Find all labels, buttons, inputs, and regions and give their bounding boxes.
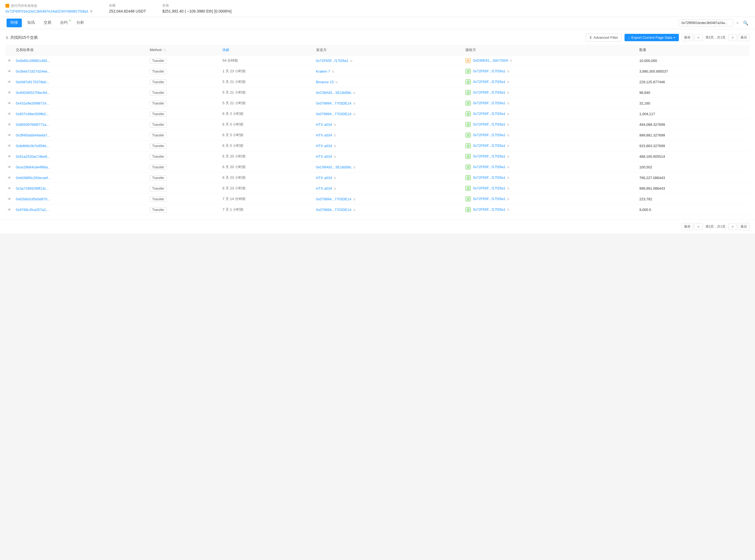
receiver-link[interactable]: 0x72F65F...f17f28a1 [473,176,505,180]
advanced-filter-button[interactable]: ⊻ Advanced Filter [586,34,621,41]
receiver-link[interactable]: 0x72F65F...f17f28a1 [473,186,505,190]
copy-receiver-icon[interactable]: ⧉ [507,197,509,201]
copy-sender-icon[interactable]: ⧉ [350,59,352,62]
copy-sender-icon[interactable]: ⧉ [334,155,336,158]
bottom-first-button[interactable]: 最前 [681,223,693,230]
sender-link[interactable]: 0x079894...7703DE14 [316,208,351,212]
tab-analysis[interactable]: 分析 [72,17,88,29]
eye-icon[interactable]: 👁 [8,144,11,148]
copy-sender-icon[interactable]: ⧉ [334,123,336,126]
receiver-link[interactable]: 0x72F65F...f17f28a1 [473,133,505,137]
receiver-link[interactable]: 0x72F65F...f17f28a1 [473,197,505,201]
tx-hash-link[interactable]: 0x9768c2fca257a2... [16,208,49,212]
copy-sender-icon[interactable]: ⧉ [334,134,336,137]
receiver-link[interactable]: 0xD36E81...3dA730Af [473,58,508,62]
copy-receiver-icon[interactable]: ⧉ [507,155,509,158]
copy-sender-icon[interactable]: ⧉ [336,80,338,84]
tab-transfer[interactable]: 转移 [6,19,22,27]
tx-hash-link[interactable]: 0x5b85c289851480... [16,59,50,63]
copy-receiver-icon[interactable]: ⧉ [510,59,512,62]
receiver-link[interactable]: 0x72F65F...f17f28a1 [473,122,505,126]
receiver-link[interactable]: 0x72F65F...f17f28a1 [473,154,505,158]
copy-receiver-icon[interactable]: ⧉ [507,176,509,179]
copy-receiver-icon[interactable]: ⧉ [507,208,509,211]
receiver-link[interactable]: 0x72F65F...f17f28a1 [473,90,505,95]
eye-icon[interactable]: 👁 [8,80,11,84]
copy-sender-icon[interactable]: ⧉ [353,113,355,116]
export-button[interactable]: ↓ Export Current Page Data ▾ [624,34,679,41]
copy-receiver-icon[interactable]: ⧉ [507,134,509,137]
sender-link[interactable]: HTX a034 [316,186,332,191]
tx-hash-link[interactable]: 0x62b6d1d5d3d870... [16,197,50,201]
copy-sender-icon[interactable]: ⧉ [353,208,355,212]
copy-receiver-icon[interactable]: ⧉ [507,112,509,116]
copy-receiver-icon[interactable]: ⧉ [507,80,509,83]
sender-link[interactable]: 0x079894...7703DE14 [316,112,351,116]
tx-hash-link[interactable]: 0x893097668f771a... [16,122,49,127]
copy-receiver-icon[interactable]: ⧉ [507,144,509,147]
eye-icon[interactable]: 👁 [8,133,11,137]
tx-hash-link[interactable]: 0x3a729692f8ff13c... [16,186,49,191]
eye-icon[interactable]: 👁 [8,155,11,159]
sender-link[interactable]: 0xC99A91...5E18d58c [316,91,352,95]
sender-link[interactable]: Binance 15 [316,80,334,84]
bottom-next-button[interactable]: > [728,223,737,230]
receiver-link[interactable]: 0x72F65F...f17f28a1 [473,165,505,169]
copy-sender-icon[interactable]: ⧉ [332,70,334,73]
copy-address-icon[interactable]: ⧉ [90,9,93,13]
tx-hash-link[interactable]: 0x657c48ec509fb2... [16,112,49,116]
copy-sender-icon[interactable]: ⧉ [334,187,336,190]
receiver-link[interactable]: 0x72F65F...f17f28a1 [473,207,505,212]
eye-icon[interactable]: 👁 [8,59,11,63]
tab-trade[interactable]: 交易 [39,17,56,29]
receiver-link[interactable]: 0x72F65F...f17f28a1 [473,80,505,84]
tx-hash-link[interactable]: 0xb03885c283ecaef... [16,176,51,180]
search-button[interactable]: 🔍 [742,19,750,27]
sender-link[interactable]: HTX a034 [316,144,332,148]
sender-link[interactable]: HTX a034 [316,176,332,180]
tx-hash-link[interactable]: 0xce29b64cde4f66a... [16,165,51,169]
tx-hash-link[interactable]: 0x431e9e26f98714... [16,101,49,105]
eye-icon[interactable]: 👁 [8,208,11,212]
sender-link[interactable]: HTX a034 [316,133,332,137]
receiver-link[interactable]: 0x72F65F...f17f28a1 [473,143,505,148]
copy-receiver-icon[interactable]: ⧉ [507,187,509,190]
sender-link[interactable]: 0x079894...7703DE14 [316,197,351,201]
tx-hash-link[interactable]: 0x0487df175378eb... [16,80,49,84]
eye-icon[interactable]: 👁 [8,91,11,95]
tx-hash-link[interactable]: 0x8dfd9c0b7e959d... [16,144,49,148]
copy-receiver-icon[interactable]: ⧉ [507,91,509,94]
copy-sender-icon[interactable]: ⧉ [334,176,336,180]
filter-address[interactable]: 0x72F65F01bcDeC3b5487A24aD23474908f17f28… [5,9,88,13]
tab-contract[interactable]: 合约 ✔ [56,17,72,29]
tx-hash-link[interactable]: 0x3beb71827d24ee... [16,69,50,74]
copy-sender-icon[interactable]: ⧉ [353,102,355,105]
method-help-icon[interactable]: ⓘ [163,48,166,52]
next-page-button[interactable]: > [728,34,737,41]
receiver-link[interactable]: 0x72F65F...f17f28a1 [473,112,505,116]
copy-sender-icon[interactable]: ⧉ [334,144,336,148]
tx-hash-link[interactable]: 0x3ff45da5ef4aefa7... [16,133,50,137]
eye-icon[interactable]: 👁 [8,122,11,127]
copy-receiver-icon[interactable]: ⧉ [507,69,509,73]
sender-link[interactable]: Kraken 7 [316,69,330,74]
sender-link[interactable]: 0x72F65F...f17f28a1 [316,59,349,63]
eye-icon[interactable]: 👁 [8,176,11,180]
tab-news[interactable]: 知讯 [23,17,39,29]
prev-page-button[interactable]: < [694,34,703,41]
copy-sender-icon[interactable]: ⧉ [353,91,355,95]
sender-link[interactable]: HTX a034 [316,122,332,127]
copy-sender-icon[interactable]: ⧉ [353,166,355,169]
sender-link[interactable]: 0x079894...7703DE14 [316,101,351,105]
bottom-last-button[interactable]: 最后 [738,223,750,230]
first-page-button[interactable]: 最前 [681,34,693,41]
copy-receiver-icon[interactable]: ⧉ [507,165,509,169]
eye-icon[interactable]: 👁 [8,101,11,105]
copy-receiver-icon[interactable]: ⧉ [507,101,509,105]
receiver-link[interactable]: 0x72F65F...f17f28a1 [473,69,505,73]
copy-sender-icon[interactable]: ⧉ [353,198,355,201]
bottom-prev-button[interactable]: < [694,223,703,230]
eye-icon[interactable]: 👁 [8,165,11,169]
eye-icon[interactable]: 👁 [8,69,11,74]
eye-icon[interactable]: 👁 [8,112,11,116]
